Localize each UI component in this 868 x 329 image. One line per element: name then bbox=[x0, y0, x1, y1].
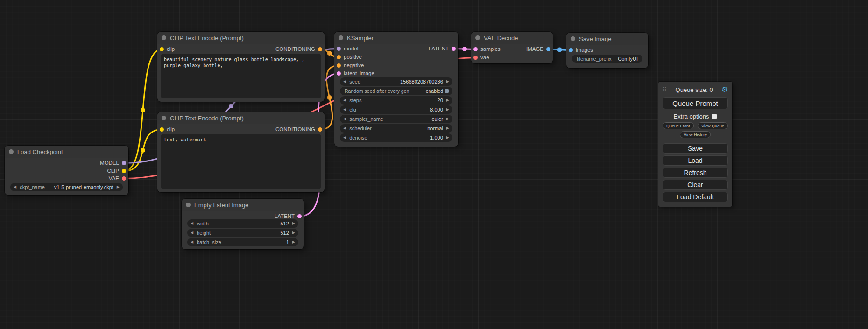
slot-label: MODEL bbox=[100, 159, 119, 167]
node-titlebar[interactable]: Empty Latent Image bbox=[182, 199, 304, 211]
scheduler-widget[interactable]: ◀ scheduler normal ▶ bbox=[340, 124, 452, 133]
vae-input-port[interactable] bbox=[473, 56, 478, 60]
negative-prompt-textarea[interactable]: text, watermark bbox=[161, 134, 321, 189]
collapse-dot-icon[interactable] bbox=[9, 149, 14, 154]
increment-arrow-icon[interactable]: ▶ bbox=[117, 185, 120, 189]
extra-options-checkbox[interactable] bbox=[712, 114, 717, 119]
node-titlebar[interactable]: CLIP Text Encode (Prompt) bbox=[157, 32, 325, 44]
increment-arrow-icon[interactable]: ▶ bbox=[292, 240, 295, 244]
clear-button[interactable]: Clear bbox=[663, 180, 728, 190]
image-output-port[interactable] bbox=[546, 47, 550, 51]
wire-midpoint-dot bbox=[462, 47, 467, 51]
seed-widget[interactable]: ◀ seed 156680208700286 ▶ bbox=[340, 77, 452, 86]
input-slot-vae: vae bbox=[471, 54, 553, 62]
widget-label: denoise bbox=[349, 135, 367, 140]
node-titlebar[interactable]: CLIP Text Encode (Prompt) bbox=[157, 112, 325, 124]
images-input-port[interactable] bbox=[569, 48, 573, 52]
increment-arrow-icon[interactable]: ▶ bbox=[446, 136, 449, 140]
node-save-image[interactable]: Save Image images filename_prefix ComfyU… bbox=[566, 33, 648, 68]
random-seed-toggle-widget[interactable]: Random seed after every gen enabled bbox=[340, 87, 452, 95]
slot-label: positive bbox=[344, 53, 362, 61]
node-titlebar[interactable]: KSampler bbox=[334, 32, 458, 44]
decrement-arrow-icon[interactable]: ◀ bbox=[343, 98, 346, 102]
latent-image-input-port[interactable] bbox=[337, 71, 341, 76]
refresh-button[interactable]: Refresh bbox=[663, 168, 728, 178]
input-slot-negative: negative bbox=[334, 62, 458, 70]
collapse-dot-icon[interactable] bbox=[162, 35, 166, 40]
increment-arrow-icon[interactable]: ▶ bbox=[292, 222, 295, 225]
denoise-widget[interactable]: ◀ denoise 1.000 ▶ bbox=[340, 133, 452, 142]
node-clip-text-encode-positive[interactable]: CLIP Text Encode (Prompt) clip CONDITION… bbox=[157, 32, 325, 102]
collapse-dot-icon[interactable] bbox=[571, 36, 575, 41]
increment-arrow-icon[interactable]: ▶ bbox=[446, 98, 449, 102]
output-slot-clip: CLIP bbox=[5, 167, 128, 175]
steps-widget[interactable]: ◀ steps 20 ▶ bbox=[340, 96, 452, 105]
decrement-arrow-icon[interactable]: ◀ bbox=[343, 80, 346, 84]
increment-arrow-icon[interactable]: ▶ bbox=[446, 80, 449, 84]
widget-value: euler bbox=[431, 116, 443, 122]
node-titlebar[interactable]: VAE Decode bbox=[471, 32, 553, 44]
positive-prompt-textarea[interactable]: beautiful scenery nature glass bottle la… bbox=[161, 54, 321, 98]
node-empty-latent-image[interactable]: Empty Latent Image LATENT ◀ width 512 ▶ … bbox=[182, 199, 304, 249]
decrement-arrow-icon[interactable]: ◀ bbox=[343, 136, 346, 140]
node-ksampler[interactable]: KSampler model LATENT positive negative … bbox=[334, 32, 458, 147]
decrement-arrow-icon[interactable]: ◀ bbox=[14, 185, 16, 189]
filename-prefix-widget[interactable]: filename_prefix ComfyUI bbox=[572, 55, 642, 63]
load-button[interactable]: Load bbox=[663, 155, 728, 166]
node-load-checkpoint[interactable]: Load Checkpoint MODEL CLIP VAE ◀ ckpt_na… bbox=[5, 146, 128, 195]
collapse-dot-icon[interactable] bbox=[339, 35, 343, 40]
latent-output-port[interactable] bbox=[452, 47, 456, 51]
latent-output-port[interactable] bbox=[297, 214, 302, 218]
widget-label: batch_size bbox=[197, 239, 221, 245]
widget-label: steps bbox=[349, 98, 361, 103]
slot-label: LATENT bbox=[429, 45, 449, 53]
cfg-widget[interactable]: ◀ cfg 8.000 ▶ bbox=[340, 105, 452, 114]
input-slot-latent-image: latent_image bbox=[334, 70, 458, 77]
model-output-port[interactable] bbox=[122, 161, 126, 165]
vae-output-port[interactable] bbox=[122, 176, 126, 181]
decrement-arrow-icon[interactable]: ◀ bbox=[191, 240, 193, 244]
sampler-name-widget[interactable]: ◀ sampler_name euler ▶ bbox=[340, 115, 452, 123]
height-widget[interactable]: ◀ height 512 ▶ bbox=[187, 229, 298, 237]
settings-gear-icon[interactable]: ⚙ bbox=[722, 85, 728, 94]
batch-size-widget[interactable]: ◀ batch_size 1 ▶ bbox=[187, 238, 298, 246]
width-widget[interactable]: ◀ width 512 ▶ bbox=[187, 219, 298, 228]
negative-input-port[interactable] bbox=[337, 63, 341, 68]
decrement-arrow-icon[interactable]: ◀ bbox=[191, 222, 193, 225]
node-titlebar[interactable]: Load Checkpoint bbox=[5, 146, 128, 158]
queue-prompt-button[interactable]: Queue Prompt bbox=[663, 97, 728, 109]
view-queue-button[interactable]: View Queue bbox=[698, 122, 728, 129]
drag-handle-icon[interactable]: ⠿ bbox=[663, 86, 667, 93]
decrement-arrow-icon[interactable]: ◀ bbox=[191, 231, 193, 235]
queue-front-button[interactable]: Queue Front bbox=[663, 122, 694, 129]
increment-arrow-icon[interactable]: ▶ bbox=[446, 117, 449, 121]
collapse-dot-icon[interactable] bbox=[475, 35, 480, 40]
conditioning-output-port[interactable] bbox=[318, 127, 322, 132]
widget-value: normal bbox=[427, 126, 443, 131]
conditioning-output-port[interactable] bbox=[318, 47, 322, 51]
increment-arrow-icon[interactable]: ▶ bbox=[292, 231, 295, 235]
collapse-dot-icon[interactable] bbox=[186, 203, 191, 207]
history-row: View History bbox=[663, 131, 728, 138]
ckpt-name-widget[interactable]: ◀ ckpt_name v1-5-pruned-emaonly.ckpt ▶ bbox=[10, 183, 123, 191]
positive-input-port[interactable] bbox=[337, 55, 341, 59]
node-vae-decode[interactable]: VAE Decode samples IMAGE vae bbox=[471, 32, 553, 63]
decrement-arrow-icon[interactable]: ◀ bbox=[343, 117, 346, 121]
increment-arrow-icon[interactable]: ▶ bbox=[446, 108, 449, 112]
node-title: CLIP Text Encode (Prompt) bbox=[170, 35, 244, 42]
collapse-dot-icon[interactable] bbox=[162, 116, 166, 120]
decrement-arrow-icon[interactable]: ◀ bbox=[343, 126, 346, 130]
queue-size-label: Queue size: 0 bbox=[667, 86, 722, 93]
node-titlebar[interactable]: Save Image bbox=[566, 33, 648, 45]
decrement-arrow-icon[interactable]: ◀ bbox=[343, 108, 346, 112]
load-default-button[interactable]: Load Default bbox=[663, 192, 728, 202]
view-history-button[interactable]: View History bbox=[680, 131, 711, 138]
wire-midpoint-dot bbox=[327, 95, 332, 100]
extra-options-label: Extra options bbox=[674, 113, 709, 120]
node-clip-text-encode-negative[interactable]: CLIP Text Encode (Prompt) clip CONDITION… bbox=[157, 112, 325, 192]
toggle-indicator-icon[interactable] bbox=[445, 89, 449, 93]
increment-arrow-icon[interactable]: ▶ bbox=[446, 126, 449, 130]
clip-output-port[interactable] bbox=[122, 169, 126, 173]
output-slot-model: MODEL bbox=[5, 159, 128, 167]
save-button[interactable]: Save bbox=[663, 143, 728, 154]
